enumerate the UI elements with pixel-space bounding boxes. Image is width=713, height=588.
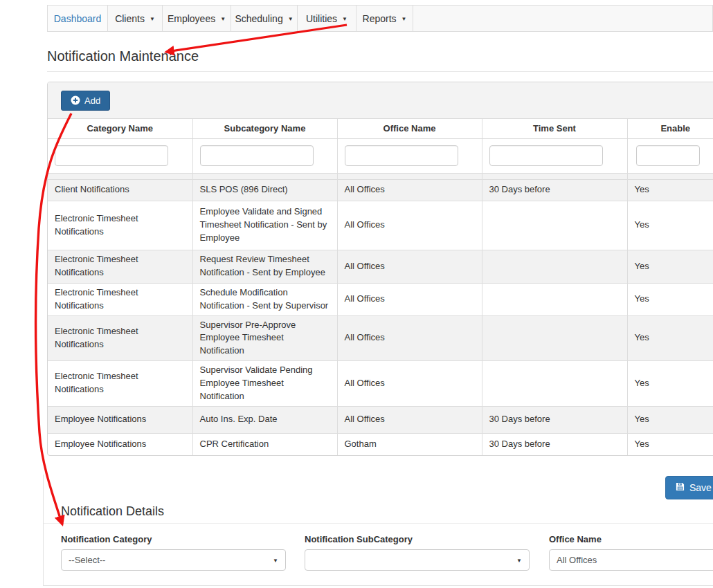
table-row[interactable]: Employee NotificationsCPR CertificationG…: [48, 433, 713, 456]
chevron-down-icon: ▼: [516, 558, 522, 564]
cell-time-sent: 30 Days before: [482, 179, 627, 201]
cell-enable: Yes: [627, 179, 713, 201]
navbar-filler: [413, 6, 712, 31]
cell-subcategory: Employee Validate and Signed Timesheet N…: [192, 201, 337, 250]
title-divider: [47, 71, 713, 72]
filter-input-subcategory-name[interactable]: [200, 145, 314, 166]
cell-subcategory: SLS POS (896 Direct): [192, 179, 337, 201]
notification-category-select[interactable]: --Select-- ▼: [61, 549, 286, 571]
nav-item-label: Dashboard: [54, 13, 102, 24]
cell-subcategory: Supervisor Pre-Approve Employee Timeshee…: [192, 315, 337, 361]
chevron-down-icon: ▼: [150, 16, 155, 22]
field-group-notification-category: Notification Category --Select-- ▼: [61, 534, 286, 571]
field-label: Office Name: [549, 534, 713, 544]
cell-office: All Offices: [337, 406, 482, 433]
cell-enable: Yes: [627, 433, 713, 456]
cell-office: All Offices: [337, 250, 482, 283]
cell-subcategory: Request Review Timesheet Notification - …: [192, 250, 337, 283]
filter-cell: [192, 138, 337, 173]
cell-time-sent: 30 Days before: [482, 433, 627, 456]
filter-input-time-sent[interactable]: [489, 145, 603, 166]
nav-item-label: Scheduling: [235, 13, 282, 24]
notification-maintenance-screen: Dashboard Clients ▼ Employees ▼ Scheduli…: [0, 0, 713, 588]
table-header-row: Category NameSubcategory NameOffice Name…: [48, 119, 713, 138]
details-section-title: Notification Details: [61, 504, 164, 519]
cell-time-sent: [482, 201, 627, 250]
nav-item-employees[interactable]: Employees ▼: [163, 6, 231, 31]
plus-circle-icon: [71, 95, 80, 105]
cell-category: Client Notifications: [48, 179, 192, 201]
nav-item-scheduling[interactable]: Scheduling ▼: [231, 6, 298, 31]
cell-time-sent: 30 Days before: [482, 406, 627, 433]
table-row[interactable]: Electronic Timesheet NotificationsSuperv…: [48, 315, 713, 361]
column-header-time-sent[interactable]: Time Sent: [482, 119, 627, 138]
notifications-table: Category NameSubcategory NameOffice Name…: [48, 119, 713, 456]
main-navbar: Dashboard Clients ▼ Employees ▼ Scheduli…: [47, 5, 713, 32]
cell-enable: Yes: [627, 361, 713, 407]
nav-item-reports[interactable]: Reports ▼: [356, 6, 413, 31]
nav-item-utilities[interactable]: Utilities ▼: [298, 6, 356, 31]
nav-item-label: Reports: [363, 13, 397, 24]
cell-office: All Offices: [337, 315, 482, 361]
field-group-notification-subcategory: Notification SubCategory ▼: [305, 534, 530, 571]
cell-enable: Yes: [627, 406, 713, 433]
column-header-subcategory-name[interactable]: Subcategory Name: [192, 119, 337, 138]
cell-subcategory: Schedule Modification Notification - Sen…: [192, 283, 337, 315]
field-group-office-name: Office Name All Offices ▼: [549, 534, 713, 571]
chevron-down-icon: ▼: [288, 16, 294, 22]
table-row[interactable]: Electronic Timesheet NotificationsSchedu…: [48, 283, 713, 315]
cell-time-sent: [482, 361, 627, 407]
nav-item-label: Clients: [115, 13, 145, 24]
cell-enable: Yes: [627, 315, 713, 361]
table-row[interactable]: Electronic Timesheet NotificationsReques…: [48, 250, 713, 283]
column-header-office-name[interactable]: Office Name: [337, 119, 482, 138]
cell-category: Electronic Timesheet Notifications: [48, 315, 192, 361]
cell-subcategory: Auto Ins. Exp. Date: [192, 406, 337, 433]
cell-enable: Yes: [627, 250, 713, 283]
cell-category: Electronic Timesheet Notifications: [48, 201, 192, 250]
add-button[interactable]: Add: [61, 91, 110, 111]
filter-cell: [482, 138, 627, 173]
table-row[interactable]: Electronic Timesheet NotificationsSuperv…: [48, 361, 713, 407]
cell-category: Electronic Timesheet Notifications: [48, 361, 192, 407]
filter-cell: [337, 138, 482, 173]
column-header-category-name[interactable]: Category Name: [48, 119, 192, 138]
column-header-enable[interactable]: Enable: [627, 119, 713, 138]
cell-subcategory: Supervisor Validate Pending Employee Tim…: [192, 361, 337, 407]
cell-time-sent: [482, 250, 627, 283]
table-row[interactable]: Electronic Timesheet NotificationsEmploy…: [48, 201, 713, 250]
page-title: Notification Maintenance: [47, 48, 199, 64]
cell-enable: Yes: [627, 283, 713, 315]
table-row[interactable]: Client NotificationsSLS POS (896 Direct)…: [48, 179, 713, 201]
cell-category: Electronic Timesheet Notifications: [48, 250, 192, 283]
filter-input-category-name[interactable]: [55, 145, 168, 166]
chevron-down-icon: ▼: [342, 16, 348, 22]
nav-item-label: Utilities: [306, 13, 337, 24]
filter-input-office-name[interactable]: [345, 145, 458, 166]
cell-enable: Yes: [627, 201, 713, 250]
add-button-label: Add: [84, 95, 100, 106]
cell-time-sent: [482, 283, 627, 315]
cell-category: Electronic Timesheet Notifications: [48, 283, 192, 315]
filter-input-enable[interactable]: [636, 145, 700, 166]
selected-value: All Offices: [557, 555, 597, 565]
office-name-select[interactable]: All Offices ▼: [549, 549, 713, 571]
field-label: Notification Category: [61, 534, 286, 544]
notification-subcategory-select[interactable]: ▼: [305, 549, 530, 571]
cell-time-sent: [482, 315, 627, 361]
notifications-grid-panel: Add Category NameSubcategory NameOffice …: [47, 82, 713, 456]
nav-item-clients[interactable]: Clients ▼: [108, 6, 163, 31]
selected-value: --Select--: [69, 555, 105, 565]
cell-category: Employee Notifications: [48, 433, 192, 456]
chevron-down-icon: ▼: [401, 16, 407, 22]
cell-category: Employee Notifications: [48, 406, 192, 433]
filter-cell: [627, 138, 713, 173]
field-label: Notification SubCategory: [305, 534, 530, 544]
details-divider: [44, 523, 713, 524]
cell-office: Gotham: [337, 433, 482, 456]
table-row[interactable]: Employee NotificationsAuto Ins. Exp. Dat…: [48, 406, 713, 433]
nav-item-dashboard[interactable]: Dashboard: [48, 6, 108, 31]
cell-office: All Offices: [337, 179, 482, 201]
spacer-row: [48, 173, 713, 179]
chevron-down-icon: ▼: [273, 558, 278, 564]
